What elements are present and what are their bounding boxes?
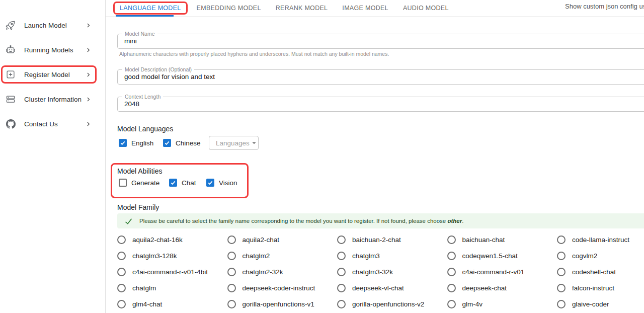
model-family-option-chatglm3[interactable]: chatglm3 — [337, 248, 447, 264]
model-family-option-c4ai-command-r-v01[interactable]: c4ai-command-r-v01 — [447, 264, 557, 280]
checkbox-chat[interactable]: Chat — [169, 179, 196, 187]
tab-embedding-model[interactable]: EMBEDDING MODEL — [197, 5, 261, 12]
radio-icon — [337, 236, 346, 244]
radio-icon — [337, 268, 346, 276]
radio-icon — [447, 268, 456, 276]
model-family-option-glm-4v[interactable]: glm-4v — [447, 296, 557, 312]
model-family-option-c4ai-command-r-v01-4bit[interactable]: c4ai-command-r-v01-4bit — [117, 264, 227, 280]
model-name-helper-text: Alphanumeric characters with properly pl… — [119, 51, 389, 57]
model-family-option-baichuan-chat[interactable]: baichuan-chat — [447, 231, 557, 248]
sidebar-item-contact-us[interactable]: Contact Us — [0, 115, 106, 132]
radio-icon — [337, 300, 346, 308]
model-family-option-gorilla-openfunctions-v2[interactable]: gorilla-openfunctions-v2 — [337, 296, 447, 312]
checkbox-checked-icon — [169, 179, 177, 187]
model-family-option-codeshell-chat[interactable]: codeshell-chat — [557, 264, 644, 280]
add-box-icon — [5, 69, 16, 80]
model-family-option-glaive-coder[interactable]: glaive-coder — [557, 296, 644, 312]
radio-icon — [557, 252, 566, 260]
radio-icon — [557, 284, 566, 292]
model-family-option-aquila2-chat-16k[interactable]: aquila2-chat-16k — [117, 231, 227, 248]
checkbox-label: Generate — [131, 179, 159, 187]
checkbox-label: Chat — [182, 179, 196, 187]
model-family-options-grid: aquila2-chat-16k aquila2-chat baichuan-2… — [117, 231, 644, 312]
model-family-option-deepseek-coder-instruct[interactable]: deepseek-coder-instruct — [227, 280, 338, 296]
model-family-option-chatglm2[interactable]: chatglm2 — [227, 248, 338, 264]
model-family-option-gorilla-openfunctions-v1[interactable]: gorilla-openfunctions-v1 — [227, 296, 338, 312]
checkbox-checked-icon — [163, 139, 171, 147]
chevron-right-icon — [85, 71, 92, 78]
server-icon — [5, 94, 16, 105]
sidebar-item-running-models[interactable]: Running Models — [0, 41, 106, 58]
model-name-field[interactable]: Model Name mini — [117, 34, 644, 49]
radio-icon — [117, 268, 126, 276]
model-description-label: Model Description (Optional) — [122, 66, 194, 72]
tab-audio-model[interactable]: AUDIO MODEL — [403, 5, 449, 12]
radio-icon — [557, 236, 566, 244]
model-family-option-chatglm3-32k[interactable]: chatglm3-32k — [337, 264, 447, 280]
model-type-tabbar: LANGUAGE MODEL EMBEDDING MODEL RERANK MO… — [106, 0, 644, 17]
model-family-option-chatglm3-128k[interactable]: chatglm3-128k — [117, 248, 227, 264]
radio-icon — [117, 236, 126, 244]
chevron-right-icon — [85, 120, 92, 127]
model-family-option-falcon-instruct[interactable]: falcon-instruct — [557, 280, 644, 296]
rocket-icon — [5, 20, 16, 31]
sidebar-item-label: Cluster Information — [24, 96, 82, 103]
tab-image-model[interactable]: IMAGE MODEL — [342, 5, 388, 12]
radio-icon — [447, 284, 456, 292]
checkbox-label: Vision — [219, 179, 237, 187]
tab-language-model[interactable]: LANGUAGE MODEL — [120, 5, 181, 12]
checkbox-chinese[interactable]: Chinese — [163, 139, 201, 147]
annotation-box-language-tab: LANGUAGE MODEL — [113, 2, 188, 15]
radio-icon — [337, 252, 346, 260]
radio-icon — [447, 252, 456, 260]
sidebar-item-launch-model[interactable]: Launch Model — [0, 17, 106, 34]
model-family-option-glm4-chat[interactable]: glm4-chat — [117, 296, 227, 312]
model-family-option-baichuan-2-chat[interactable]: baichuan-2-chat — [337, 231, 447, 248]
sidebar-item-cluster-information[interactable]: Cluster Information — [0, 91, 106, 108]
github-icon — [5, 118, 16, 129]
model-family-option-codeqwen1-5-chat[interactable]: codeqwen1.5-chat — [447, 248, 557, 264]
checkbox-label: Chinese — [176, 139, 201, 147]
languages-select[interactable]: Languages — [209, 136, 259, 150]
model-abilities-heading: Model Abilities — [117, 167, 163, 175]
checkbox-vision[interactable]: Vision — [206, 179, 237, 187]
show-json-config-link[interactable]: Show custom json config used b — [565, 3, 644, 10]
checkbox-label: English — [131, 139, 153, 147]
model-languages-heading: Model Languages — [117, 125, 173, 133]
radio-icon — [227, 252, 236, 260]
radio-icon — [557, 268, 566, 276]
model-description-field[interactable]: Model Description (Optional) good model … — [117, 69, 644, 85]
robot-icon — [5, 44, 16, 55]
model-family-option-deepseek-chat[interactable]: deepseek-chat — [447, 280, 557, 296]
active-tab-indicator — [116, 15, 174, 17]
sidebar-item-register-model[interactable]: Register Model — [0, 66, 106, 83]
chevron-right-icon — [85, 22, 92, 29]
model-family-option-chatglm[interactable]: chatglm — [117, 280, 227, 296]
context-length-label: Context Length — [122, 94, 163, 100]
radio-icon — [117, 252, 126, 260]
model-name-value: mini — [118, 34, 644, 48]
checkbox-english[interactable]: English — [119, 139, 153, 147]
dropdown-caret-icon — [250, 138, 259, 147]
checkbox-checked-icon — [119, 139, 127, 147]
model-family-option-cogvlm2[interactable]: cogvlm2 — [557, 248, 644, 264]
radio-icon — [337, 284, 346, 292]
radio-icon — [227, 284, 236, 292]
radio-icon — [557, 300, 566, 308]
model-family-heading: Model Family — [117, 203, 159, 211]
model-description-value: good model for vision and text — [118, 70, 644, 84]
model-family-option-chatglm2-32k[interactable]: chatglm2-32k — [227, 264, 338, 280]
radio-icon — [117, 300, 126, 308]
context-length-field[interactable]: Context Length 2048 — [117, 97, 644, 112]
chevron-right-icon — [85, 96, 92, 103]
radio-icon — [227, 300, 236, 308]
checkbox-generate[interactable]: Generate — [119, 179, 159, 187]
sidebar-item-label: Contact Us — [24, 120, 58, 128]
model-family-option-code-llama-instruct[interactable]: code-llama-instruct — [557, 231, 644, 248]
model-family-option-aquila2-chat[interactable]: aquila2-chat — [227, 231, 338, 248]
model-family-option-deepseek-vl-chat[interactable]: deepseek-vl-chat — [337, 280, 447, 296]
checkbox-checked-icon — [206, 179, 214, 187]
radio-icon — [447, 300, 456, 308]
check-icon — [124, 217, 133, 225]
tab-rerank-model[interactable]: RERANK MODEL — [276, 5, 328, 12]
